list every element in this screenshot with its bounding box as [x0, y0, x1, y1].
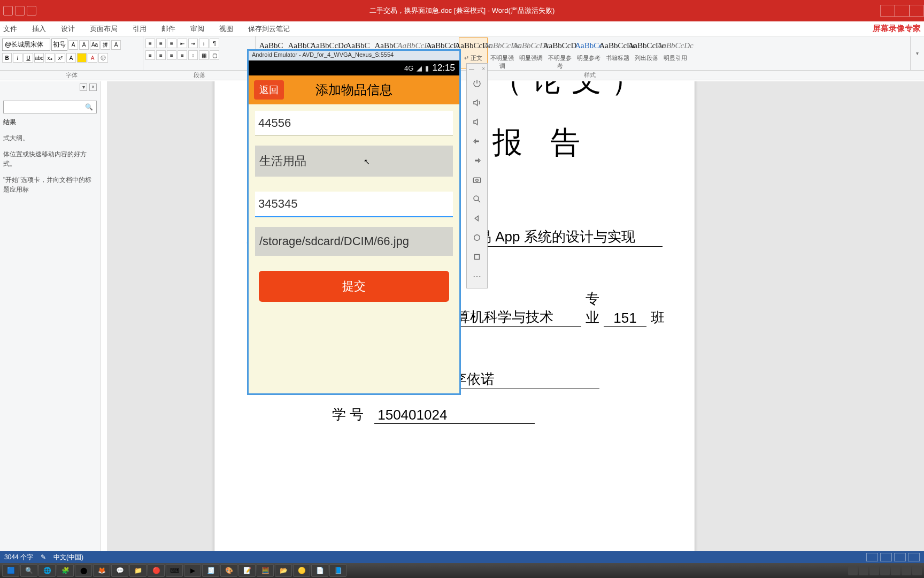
view-web-button[interactable] — [894, 553, 906, 561]
tab-file[interactable]: 文件 — [3, 24, 17, 34]
taskbar-app[interactable]: 📂 — [275, 564, 292, 577]
taskbar-app[interactable]: 📄 — [311, 564, 328, 577]
shading-button[interactable]: ▦ — [199, 50, 209, 60]
underline-button[interactable]: U — [24, 53, 33, 63]
strike-button[interactable]: abc — [34, 53, 44, 63]
border-button[interactable]: A — [111, 40, 121, 50]
taskbar-app[interactable]: 🔍 — [20, 564, 37, 577]
android-recents-icon[interactable] — [469, 249, 484, 264]
tab-references[interactable]: 引用 — [133, 24, 147, 34]
shrink-font-button[interactable]: A — [79, 40, 89, 50]
qat-btn[interactable] — [27, 6, 36, 16]
taskbar-app[interactable]: 📘 — [329, 564, 346, 577]
borders-button[interactable]: ▢ — [210, 50, 219, 60]
superscript-button[interactable]: x² — [56, 53, 65, 63]
italic-button[interactable]: I — [13, 53, 22, 63]
volume-up-icon[interactable] — [469, 95, 484, 110]
decrease-indent-button[interactable]: ⇤ — [178, 39, 187, 48]
zoom-icon[interactable] — [469, 192, 484, 207]
nav-close-icon[interactable]: × — [89, 83, 97, 91]
power-icon[interactable] — [469, 76, 484, 91]
tab-mail[interactable]: 邮件 — [161, 24, 175, 34]
tray-icon[interactable] — [880, 566, 890, 575]
taskbar-app[interactable]: ⌨ — [166, 564, 183, 577]
language-label[interactable]: 中文(中国) — [53, 553, 83, 562]
nav-dropdown-icon[interactable]: ▾ — [80, 83, 87, 91]
ribbon-collapse-button[interactable] — [895, 5, 910, 17]
change-case-button[interactable]: Aa — [90, 40, 99, 50]
help-button[interactable] — [880, 5, 895, 17]
numbering-button[interactable]: ≡ — [156, 39, 166, 48]
taskbar-app[interactable]: ⬤ — [75, 564, 92, 577]
bullets-button[interactable]: ≡ — [145, 39, 155, 48]
submit-button[interactable]: 提交 — [259, 271, 449, 302]
increase-indent-button[interactable]: ⇥ — [188, 39, 198, 48]
styles-expand[interactable]: ▾ — [910, 36, 924, 70]
tab-cloud[interactable]: 保存到云笔记 — [248, 24, 290, 34]
line-spacing-button[interactable]: ↕ — [188, 50, 198, 60]
show-marks-button[interactable]: ¶ — [210, 39, 219, 48]
spell-check-icon[interactable]: ✎ — [41, 553, 46, 561]
tab-layout[interactable]: 页面布局 — [90, 24, 118, 34]
subscript-button[interactable]: x₂ — [45, 53, 55, 63]
tray-icon[interactable] — [869, 566, 879, 575]
grow-font-button[interactable]: A — [68, 40, 78, 50]
font-name-combo[interactable]: @长城黑宋体 — [2, 39, 50, 51]
enclose-button[interactable]: ㊥ — [98, 53, 108, 63]
rotate-left-icon[interactable] — [469, 134, 484, 149]
android-home-icon[interactable] — [469, 230, 484, 245]
text-effects-button[interactable]: A — [66, 53, 76, 63]
taskbar-app[interactable]: 🦊 — [93, 564, 110, 577]
tab-review[interactable]: 审阅 — [190, 24, 204, 34]
align-center-button[interactable]: ≡ — [156, 50, 166, 60]
tab-insert[interactable]: 插入 — [32, 24, 46, 34]
justify-button[interactable]: ≡ — [178, 50, 187, 60]
taskbar-app[interactable]: 📝 — [238, 564, 256, 577]
tray-icon[interactable] — [891, 566, 900, 575]
tray-icon[interactable] — [902, 566, 911, 575]
category-select[interactable]: 生活用品 — [255, 146, 453, 177]
item-id-input[interactable]: 44556 — [255, 111, 453, 136]
font-color-button[interactable]: A — [88, 53, 97, 63]
bold-button[interactable]: B — [2, 53, 12, 63]
tab-design[interactable]: 设计 — [61, 24, 75, 34]
sort-button[interactable]: ↕ — [199, 39, 209, 48]
view-print-button[interactable] — [880, 553, 892, 561]
document-area[interactable]: （论文） 报 告 题 易 App 系统的设计与实现 电 算机科学与技术 专业 1… — [107, 81, 924, 552]
system-tray[interactable] — [848, 566, 922, 575]
android-back-icon[interactable] — [469, 211, 484, 226]
taskbar-app[interactable]: 🧮 — [257, 564, 274, 577]
minimize-button[interactable] — [909, 5, 924, 17]
camera-icon[interactable] — [469, 172, 484, 187]
view-read-button[interactable] — [866, 553, 878, 561]
taskbar-app[interactable]: 💬 — [111, 564, 128, 577]
taskbar-app[interactable]: 🎨 — [220, 564, 237, 577]
emulator-window[interactable]: Android Emulator - AVD_for_4_WVGA_Nexus_… — [247, 49, 461, 395]
taskbar-app[interactable]: 📁 — [129, 564, 147, 577]
align-right-button[interactable]: ≡ — [167, 50, 176, 60]
emu-minimize-icon[interactable]: — — [469, 66, 474, 72]
tab-view[interactable]: 视图 — [219, 24, 233, 34]
taskbar-app[interactable]: 🟡 — [293, 564, 310, 577]
qat-btn[interactable] — [15, 6, 25, 16]
back-button[interactable]: 返回 — [254, 80, 284, 100]
qat-btn[interactable] — [3, 6, 13, 16]
highlight-button[interactable] — [77, 53, 87, 63]
phonetic-button[interactable]: 拼 — [101, 40, 110, 50]
taskbar-app[interactable]: 🟦 — [2, 564, 19, 577]
emu-close-icon[interactable]: × — [482, 66, 485, 72]
font-size-combo[interactable]: 初号 — [51, 39, 67, 51]
price-input[interactable]: 345345 — [255, 192, 453, 217]
multilevel-button[interactable]: ≡ — [167, 39, 176, 48]
taskbar-app[interactable]: 🧩 — [57, 564, 74, 577]
align-left-button[interactable]: ≡ — [145, 50, 155, 60]
tray-icon[interactable] — [912, 566, 922, 575]
taskbar-app[interactable]: 🧾 — [202, 564, 219, 577]
tray-icon[interactable] — [859, 566, 868, 575]
taskbar-app[interactable]: 🌐 — [38, 564, 56, 577]
volume-down-icon[interactable] — [469, 115, 484, 130]
nav-search-input[interactable]: 🔍 — [3, 101, 97, 113]
taskbar-app[interactable]: 🔴 — [148, 564, 165, 577]
word-count-label[interactable]: 3044 个字 — [4, 553, 33, 562]
zoom-slider[interactable] — [908, 553, 920, 561]
